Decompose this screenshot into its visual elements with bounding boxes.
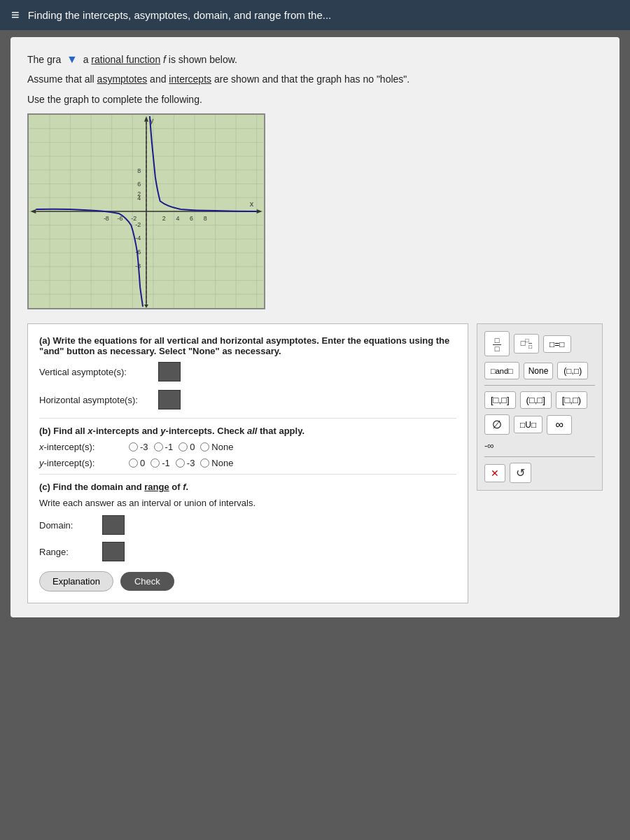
intro-line2: Assume that all asymptotes and intercept… [27,72,603,87]
toolbar-divider-1 [484,385,595,386]
use-graph-text: Use the graph to complete the following. [27,94,603,105]
x-intercept-radio-none[interactable] [200,442,209,451]
toolbar-row-1: □ □ □□□ □=□ [484,331,595,356]
svg-text:x: x [250,200,254,208]
infinity-button[interactable]: ∞ [547,415,572,435]
graph-container: x y -8 -6 -2 2 4 6 8 8 6 4 2 -2 -4 -6 -8 [27,113,265,309]
x-intercept-option-0[interactable]: 0 [178,442,195,452]
union-button[interactable]: □U□ [514,416,542,433]
intro-line1: The gra ▼ a rational function f is shown… [27,51,603,68]
bottom-buttons: Explanation Check [39,571,456,592]
svg-text:4: 4 [176,215,179,222]
y-intercept-option-neg3[interactable]: -3 [176,458,195,468]
horizontal-asymptote-label: Horizontal asymptote(s): [39,395,151,405]
clear-button[interactable]: ✕ [484,464,505,482]
vertical-asymptote-label: Vertical asymptote(s): [39,367,151,377]
domain-label: Domain: [39,520,95,531]
top-bar: ≡ Finding the intercepts, asymptotes, do… [0,0,630,30]
asymptotes-link[interactable]: asymptotes [97,74,148,85]
toolbar-divider-2 [484,456,595,457]
section-c: (c) Find the domain and range of f. Writ… [39,474,456,561]
check-button[interactable]: Check [120,572,174,591]
svg-text:-8: -8 [104,215,109,222]
half-open-left-button[interactable]: (□,□] [520,391,552,409]
x-intercept-row: x-intercept(s): -3 -1 0 None [39,442,456,452]
y-intercept-radio-neg3[interactable] [176,458,185,468]
open-interval-button[interactable]: (□,□) [557,362,588,379]
y-intercept-radio-0[interactable] [129,458,138,468]
qa-row: (a) Write the equations for all vertical… [27,323,603,603]
x-intercept-option-neg1[interactable]: -1 [154,442,174,452]
hamburger-icon[interactable]: ≡ [11,7,20,23]
domain-input[interactable] [102,515,125,535]
y-intercept-option-neg1[interactable]: -1 [150,458,170,468]
y-intercept-label: y-intercept(s): [39,458,123,468]
closed-interval-button[interactable]: [□,□] [484,391,516,409]
svg-text:2: 2 [162,215,166,222]
horizontal-asymptote-input[interactable] [158,390,181,410]
toolbar-row-6: ✕ ↺ [484,463,595,483]
none-button[interactable]: None [524,363,554,379]
toolbar-row-2: □and□ None (□,□) [484,362,595,379]
fraction-button[interactable]: □ □ [484,331,510,356]
x-intercept-option-none[interactable]: None [200,442,233,452]
section-b-title: (b) Find all x-intercepts and y-intercep… [39,426,456,436]
rational-function-link[interactable]: rational function [91,54,160,65]
x-intercept-label: x-intercept(s): [39,442,123,452]
section-c-title: (c) Find the domain and range of f. [39,482,456,492]
section-b: (b) Find all x-intercepts and y-intercep… [39,418,456,468]
toolbar-row-3: [□,□] (□,□] [□,□) [484,391,595,409]
questions-panel: (a) Write the equations for all vertical… [27,323,468,603]
vertical-asymptote-input[interactable] [158,362,181,382]
empty-set-button[interactable]: ∅ [484,414,510,435]
and-button[interactable]: □and□ [484,362,519,379]
x-intercept-radio-neg1[interactable] [154,442,163,451]
domain-row: Domain: [39,515,456,535]
svg-text:-2: -2 [135,221,141,228]
svg-text:8: 8 [204,215,207,222]
y-intercept-option-0[interactable]: 0 [129,458,145,468]
section-a-title: (a) Write the equations for all vertical… [39,335,456,356]
intercepts-link[interactable]: intercepts [169,74,211,85]
range-label: Range: [39,547,95,557]
svg-text:-4: -4 [135,234,141,241]
svg-text:8: 8 [137,167,141,174]
expand-icon[interactable]: ▼ [66,53,78,65]
range-row: Range: [39,542,456,561]
section-c-subtitle: Write each answer as an interval or unio… [39,498,456,508]
y-intercept-option-none[interactable]: None [200,458,233,468]
half-open-right-button[interactable]: [□,□) [556,391,587,409]
graph-svg: x y -8 -6 -2 2 4 6 8 8 6 4 2 -2 -4 -6 -8 [29,115,264,308]
main-content: The gra ▼ a rational function f is shown… [10,37,620,617]
y-intercept-radio-none[interactable] [200,458,209,468]
svg-text:6: 6 [190,215,193,222]
range-link: range [144,482,169,492]
range-input[interactable] [102,542,125,561]
svg-text:6: 6 [137,181,141,188]
vertical-asymptote-row: Vertical asymptote(s): [39,362,456,382]
x-intercept-option-neg3[interactable]: -3 [129,442,148,452]
math-toolbar: □ □ □□□ □=□ □and□ None (□,□) [477,323,603,491]
toolbar-row-5: -∞ [484,440,595,451]
x-intercept-radio-neg3[interactable] [129,442,138,451]
y-intercept-row: y-intercept(s): 0 -1 -3 None [39,458,456,468]
horizontal-asymptote-row: Horizontal asymptote(s): [39,390,456,410]
y-intercept-radio-neg1[interactable] [150,458,160,468]
top-bar-title: Finding the intercepts, asymptotes, doma… [28,9,332,21]
toolbar-row-4: ∅ □U□ ∞ [484,414,595,435]
svg-text:2: 2 [137,190,141,197]
mixed-number-button[interactable]: □□□ [514,334,539,353]
undo-button[interactable]: ↺ [510,463,531,483]
x-intercept-radio-0[interactable] [178,442,188,451]
neg-infinity-label: -∞ [484,440,494,451]
explanation-button[interactable]: Explanation [39,571,113,592]
equals-box-button[interactable]: □=□ [543,335,571,353]
